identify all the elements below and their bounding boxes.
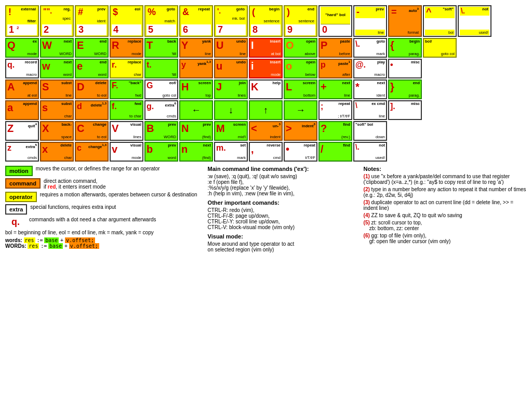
key-rbracket-misc[interactable]: ]. misc <box>388 100 422 120</box>
key-gt[interactable]: > indent3 <box>284 121 317 141</box>
key-star[interactable]: * next ident <box>353 79 387 99</box>
key-d[interactable]: d delete1,3 <box>75 100 109 120</box>
key-dot-repeat[interactable]: • repeat t/T/f/F <box>284 142 317 162</box>
key-b[interactable]: b prev word <box>144 142 178 162</box>
key-Z[interactable]: Z quit4 <box>5 121 39 141</box>
key-s[interactable]: s subst char <box>40 100 74 120</box>
key-comma[interactable]: , reverse cmd <box>249 142 283 162</box>
key-zero[interactable]: "hard" bol 0 <box>318 5 352 37</box>
key-j[interactable]: ↓ <box>214 100 248 120</box>
key-apos[interactable]: '. goto mk. bol 7 <box>214 5 248 37</box>
key-u[interactable]: u undo <box>214 59 248 78</box>
key-dot-misc[interactable]: • misc <box>388 59 422 78</box>
key-question[interactable]: ? find (rev.) <box>318 121 352 141</box>
key-dollar[interactable]: $ eol 4 <box>110 5 143 37</box>
key-equals[interactable]: = auto3 format <box>388 5 422 37</box>
key-S[interactable]: S subst line <box>40 79 74 99</box>
key-N[interactable]: N prev (find) <box>179 121 213 141</box>
key-E[interactable]: E end WORD <box>75 38 109 58</box>
main-container: ! external filter 1 2 "". reg. spec 2 # … <box>5 5 527 252</box>
key-M-top: screen <box>233 123 246 134</box>
key-lt[interactable]: < un-3 indent <box>249 121 283 141</box>
key-quote[interactable]: "". reg. spec 2 <box>40 5 74 37</box>
key-amp[interactable]: & repeat 6 <box>179 5 213 37</box>
key-lt-top: un-3 <box>273 123 281 134</box>
key-P[interactable]: P paste before <box>318 38 352 58</box>
key-z[interactable]: z extra5 cmds <box>5 142 39 162</box>
key-backslash-char: \. <box>461 7 465 15</box>
key-comma-bottom: cmd <box>251 156 281 160</box>
key-a[interactable]: a append <box>5 100 39 120</box>
key-minus[interactable]: - prev line <box>353 5 387 37</box>
key-h[interactable]: ← <box>179 100 213 120</box>
key-g[interactable]: g. extra6 cmds <box>144 100 178 120</box>
key-rbrace[interactable]: } end parag. <box>388 79 422 99</box>
key-at[interactable]: @. play macro <box>353 59 387 78</box>
key-l[interactable]: → <box>284 100 317 120</box>
key-caret[interactable]: ^ "soft" bol <box>423 5 457 37</box>
key-X[interactable]: X back- space <box>40 121 74 141</box>
key-bolgotocol[interactable]: bol/ goto col <box>423 38 457 58</box>
key-semicolon[interactable]: ; repeat ; t/T/f/F <box>318 100 352 120</box>
key-backslash-top[interactable]: \. not used! <box>458 5 491 37</box>
key-o-bottom: below <box>286 73 315 77</box>
key-w-char: w <box>42 60 50 72</box>
key-dot-goto[interactable]: \. goto mark <box>353 38 387 58</box>
key-w[interactable]: w next word <box>40 59 74 78</box>
key-hash[interactable]: # prev ident 3 <box>75 5 109 37</box>
key-F[interactable]: F. "back" fwd <box>110 79 143 99</box>
key-lparen[interactable]: ( begin sentence 8 <box>249 5 283 37</box>
key-L[interactable]: L screen bottom <box>284 79 317 99</box>
key-o[interactable]: o open below <box>284 59 317 78</box>
key-e[interactable]: e end word <box>75 59 109 78</box>
key-y[interactable]: y yank1,3 <box>179 59 213 78</box>
key-backslash-excmd[interactable]: \ ex cmd line <box>353 100 387 120</box>
key-W[interactable]: W next WORD <box>40 38 74 58</box>
key-k[interactable]: ↑ <box>249 100 283 120</box>
key-r[interactable]: r. replace char <box>110 59 143 78</box>
key-V[interactable]: V visual lines <box>110 121 143 141</box>
key-x[interactable]: x delete char <box>40 142 74 162</box>
key-lparen-char: ( <box>252 7 255 18</box>
key-f[interactable]: f. fwd to char <box>110 100 143 120</box>
key-T[interactable]: T back 'till <box>144 38 178 58</box>
key-C[interactable]: C change to eol <box>75 121 109 141</box>
key-c[interactable]: c change1,3 <box>75 142 109 162</box>
middle-commands: Main command line commands ('ex'): :w (s… <box>208 166 353 252</box>
key-B[interactable]: B prev WORD <box>144 121 178 141</box>
other-cmd-1: CTRL-R: redo (vim), <box>208 207 353 213</box>
key-softbol[interactable]: "soft" bol down <box>353 121 387 141</box>
key-t[interactable]: t. 'till <box>144 59 178 78</box>
key-H[interactable]: H screen top <box>179 79 213 99</box>
key-dot-repeat-top: repeat <box>303 143 315 155</box>
key-i[interactable]: i insert mode <box>249 59 283 78</box>
key-q[interactable]: q. record macro <box>5 59 39 78</box>
key-X-char: X <box>42 123 49 134</box>
key-dot-notused[interactable]: \. not used! <box>353 142 387 162</box>
key-J[interactable]: J join lines <box>214 79 248 99</box>
key-Q[interactable]: Q ex mode <box>5 38 39 58</box>
key-rparen[interactable]: ) end sentence 9 <box>284 5 317 37</box>
key-n[interactable]: n next (find) <box>179 142 213 162</box>
key-v[interactable]: v visual mode <box>110 142 143 162</box>
key-exclaim[interactable]: ! external filter 1 2 <box>5 5 39 37</box>
key-R[interactable]: R replace mode <box>110 38 143 58</box>
key-I[interactable]: I insert at bol <box>249 38 283 58</box>
key-M[interactable]: M screen mid'l <box>214 121 248 141</box>
key-G[interactable]: G eof/ goto col <box>144 79 178 99</box>
key-slash[interactable]: / find <box>318 142 352 162</box>
key-K[interactable]: K help <box>249 79 283 99</box>
key-A[interactable]: A append at eol <box>5 79 39 99</box>
key-p[interactable]: p paste1 after <box>318 59 352 78</box>
key-D[interactable]: D delete to eol <box>75 79 109 99</box>
key-U[interactable]: U undo line <box>214 38 248 58</box>
key-lbrace[interactable]: { begin parag. <box>388 38 422 58</box>
legend-dot-symbol: q. <box>5 217 26 228</box>
key-G-bottom: goto col <box>147 94 176 98</box>
key-plus[interactable]: + next line <box>318 79 352 99</box>
key-O-upper[interactable]: O open above <box>284 38 317 58</box>
key-Y[interactable]: Y yank line <box>179 38 213 58</box>
key-percent[interactable]: % goto match 5 <box>144 5 178 37</box>
key-C-bottom: to eol <box>77 135 107 139</box>
key-m[interactable]: m. set mark <box>214 142 248 162</box>
